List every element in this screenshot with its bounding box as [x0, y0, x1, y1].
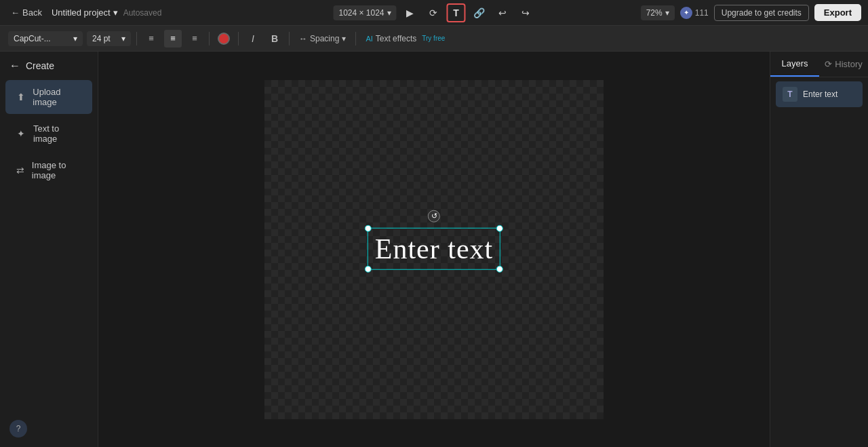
back-arrow-icon: ←: [11, 7, 20, 18]
play-icon: ▶: [406, 7, 414, 18]
text-box[interactable]: Enter text: [368, 227, 500, 269]
ai-icon: AI: [366, 35, 372, 43]
handle-bottom-right[interactable]: [496, 265, 503, 272]
handle-bottom-left[interactable]: [365, 265, 372, 272]
layer-item-icon: T: [783, 87, 797, 102]
divider-3: [238, 32, 239, 45]
credits-count: 111: [695, 8, 709, 18]
link-button[interactable]: 🔗: [470, 3, 489, 22]
zoom-level-text: 72%: [646, 8, 663, 18]
topbar-right: 72% ▾ ✦ 111 Upgrade to get credits Expor…: [641, 4, 861, 21]
spacing-chevron: ▾: [342, 34, 346, 43]
canvas-size-button[interactable]: 1024 × 1024 ▾: [333, 5, 396, 20]
align-left-icon: ≡: [149, 33, 154, 43]
history-tab-label: History: [835, 59, 862, 69]
font-size-button[interactable]: 24 pt ▾: [87, 31, 131, 46]
text-to-image-label: Text to image: [33, 123, 83, 144]
text-color-button[interactable]: [215, 30, 233, 47]
export-label: Export: [824, 7, 852, 18]
align-center-button[interactable]: ≡: [164, 30, 182, 47]
sidebar-item-upload-image[interactable]: ⬆ Upload image: [5, 80, 92, 114]
divider-4: [289, 32, 290, 45]
font-size-chevron: ▾: [121, 34, 125, 43]
history-back-button[interactable]: ⟳: [424, 3, 443, 22]
project-name-chevron: ▾: [113, 7, 118, 18]
layers-tab-label: Layers: [781, 58, 808, 69]
history-icon: ⟳: [825, 59, 832, 69]
layer-item-label: Enter text: [803, 90, 837, 99]
align-right-icon: ≡: [192, 33, 197, 43]
zoom-button[interactable]: 72% ▾: [641, 5, 675, 20]
canvas-text[interactable]: Enter text: [375, 233, 493, 264]
rotate-handle[interactable]: ↺: [428, 210, 440, 222]
layers-tab[interactable]: Layers: [770, 52, 819, 77]
divider-1: [136, 32, 137, 45]
spacing-label: Spacing: [310, 34, 339, 43]
right-sidebar: Layers ⟳ History T Enter text: [770, 52, 868, 447]
history-tab[interactable]: ⟳ History: [819, 52, 868, 76]
upload-image-label: Upload image: [33, 87, 83, 107]
autosaved-label: Autosaved: [123, 8, 162, 18]
zoom-chevron: ▾: [665, 8, 669, 18]
create-header: ← Create: [0, 52, 98, 79]
text-effects-button[interactable]: AI Text effects Try free: [361, 31, 452, 46]
sidebar-item-text-to-image[interactable]: ✦ Text to image: [5, 117, 92, 151]
canvas-size-chevron: ▾: [387, 8, 391, 18]
text-toolbar: CapCut-... ▾ 24 pt ▾ ≡ ≡ ≡ I B ↔ Spacing…: [0, 26, 868, 52]
main-area: ← Create ⬆ Upload image ✦ Text to image …: [0, 52, 868, 447]
divider-2: [209, 32, 210, 45]
upgrade-button[interactable]: Upgrade to get credits: [714, 5, 809, 21]
text-tool-icon: T: [453, 7, 459, 18]
canvas-area[interactable]: ↺ Enter text: [98, 52, 770, 447]
align-right-button[interactable]: ≡: [186, 30, 203, 47]
text-to-image-icon: ✦: [15, 127, 28, 140]
italic-button[interactable]: I: [244, 30, 262, 47]
upgrade-label: Upgrade to get credits: [722, 8, 802, 18]
history-back-icon: ⟳: [429, 7, 437, 18]
align-left-button[interactable]: ≡: [142, 30, 160, 47]
undo-button[interactable]: ↩: [493, 3, 512, 22]
create-label: Create: [26, 60, 54, 71]
export-button[interactable]: Export: [814, 4, 861, 21]
font-chevron: ▾: [73, 34, 77, 43]
text-element[interactable]: ↺ Enter text: [368, 227, 500, 269]
sidebar-item-image-to-image[interactable]: ⇄ Image to image: [5, 153, 92, 187]
back-button[interactable]: ← Back: [7, 5, 46, 20]
redo-button[interactable]: ↪: [516, 3, 535, 22]
spacing-button[interactable]: ↔ Spacing ▾: [295, 31, 350, 46]
image-to-image-icon: ⇄: [15, 163, 26, 177]
topbar-center: 1024 × 1024 ▾ ▶ ⟳ T 🔗 ↩ ↪: [333, 3, 534, 22]
try-free-badge: Try free: [419, 34, 448, 43]
image-to-image-label: Image to image: [32, 160, 83, 180]
font-selector-button[interactable]: CapCut-... ▾: [8, 31, 83, 46]
canvas[interactable]: ↺ Enter text: [264, 80, 604, 419]
link-icon: 🔗: [473, 7, 485, 18]
undo-icon: ↩: [498, 7, 507, 18]
handle-top-right[interactable]: [496, 225, 503, 231]
handle-top-left[interactable]: [365, 225, 372, 231]
font-name-text: CapCut-...: [14, 34, 51, 43]
align-center-icon: ≡: [170, 33, 176, 43]
help-button[interactable]: ?: [9, 420, 27, 438]
text-tool-button[interactable]: T: [447, 3, 466, 22]
layers-panel-header: Layers ⟳ History: [770, 52, 868, 77]
canvas-wrapper: ↺ Enter text: [264, 80, 604, 419]
italic-icon: I: [252, 33, 254, 44]
create-icon: ←: [9, 60, 20, 72]
left-sidebar: ← Create ⬆ Upload image ✦ Text to image …: [0, 52, 98, 447]
project-name-text: Untitled project: [52, 7, 111, 18]
play-button[interactable]: ▶: [401, 3, 420, 22]
divider-5: [355, 32, 356, 45]
project-name[interactable]: Untitled project ▾: [52, 7, 118, 18]
redo-icon: ↪: [521, 7, 530, 18]
credits-icon: ✦: [680, 7, 692, 19]
spacing-icon: ↔: [299, 34, 307, 43]
bold-button[interactable]: B: [266, 30, 283, 47]
text-effects-label: Text effects: [376, 34, 416, 43]
topbar-left: ← Back Untitled project ▾ Autosaved: [7, 5, 635, 20]
canvas-size-text: 1024 × 1024: [338, 8, 384, 18]
back-label: Back: [22, 7, 42, 18]
help-icon: ?: [16, 424, 21, 433]
upload-image-icon: ⬆: [15, 90, 27, 104]
layer-item-enter-text[interactable]: T Enter text: [776, 81, 863, 107]
